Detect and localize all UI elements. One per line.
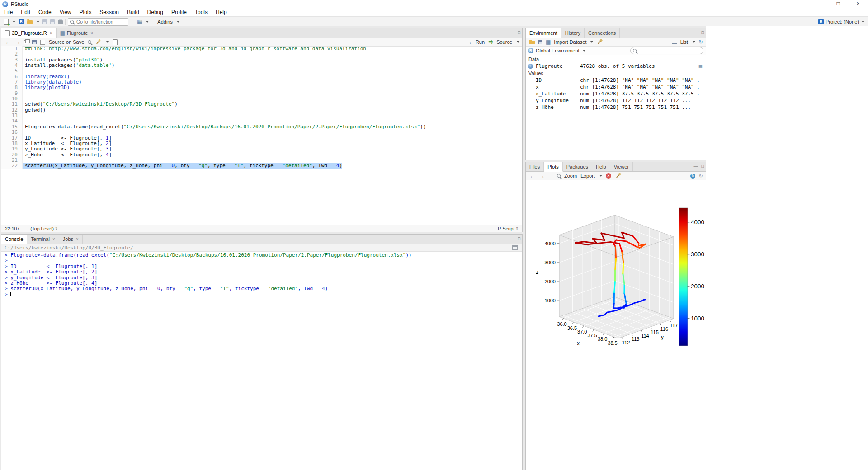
environment-row[interactable]: IDchr [1:47628] "NA" "NA" "NA" "NA" "NA"… [526, 77, 706, 84]
editor-line[interactable]: 13 [1, 113, 522, 118]
tab-history[interactable]: History [561, 28, 585, 38]
environment-row[interactable]: xchr [1:47628] "NA" "NA" "NA" "NA" "NA" … [526, 84, 706, 90]
editor-line[interactable]: 9 [1, 91, 522, 96]
minimize-pane-icon[interactable]: — [510, 29, 514, 36]
previous-plot-icon[interactable]: ← [529, 173, 535, 179]
close-tab-icon[interactable]: × [90, 31, 93, 36]
maximize-pane-icon[interactable]: □ [702, 163, 704, 170]
export-button[interactable]: Export [580, 173, 595, 179]
menu-tools[interactable]: Tools [191, 8, 212, 16]
editor-line[interactable]: 5 [1, 68, 522, 74]
menu-help[interactable]: Help [212, 8, 231, 16]
import-dataset-icon[interactable]: ▦ [546, 39, 551, 45]
publish-icon[interactable]: ↻ [690, 174, 695, 179]
source-on-save-checkbox[interactable] [40, 40, 45, 45]
code-tools-caret-icon[interactable] [106, 41, 109, 43]
menu-plots[interactable]: Plots [75, 8, 96, 16]
view-data-icon[interactable]: ▦ [699, 63, 702, 69]
tab-console[interactable]: Console [1, 235, 27, 244]
close-button[interactable]: × [848, 0, 868, 8]
expand-icon[interactable] [528, 64, 533, 69]
save-icon[interactable] [42, 19, 47, 24]
close-tab-icon[interactable]: × [50, 31, 52, 36]
clear-plots-icon[interactable] [616, 174, 620, 178]
editor-line[interactable]: 4install.packages('data.table') [1, 63, 522, 68]
tab-packages[interactable]: Packages [563, 162, 592, 171]
environment-row[interactable]: x_Latitudenum [1:47628] 37.5 37.5 37.5 3… [526, 90, 706, 97]
file-type-selector[interactable]: R Script⇕ [498, 226, 519, 231]
maximize-pane-icon[interactable]: □ [702, 29, 704, 36]
tab-jobs[interactable]: Jobs× [59, 235, 83, 244]
source-caret-icon[interactable] [517, 41, 519, 43]
menu-file[interactable]: File [0, 8, 17, 16]
remove-plot-icon[interactable]: × [606, 173, 611, 179]
scope-selector[interactable]: (Top Level)⇕ [30, 226, 58, 231]
next-plot-icon[interactable]: → [539, 173, 545, 179]
code-editor[interactable]: 1##Link: http://www.sthda.com/english/wi… [1, 46, 522, 225]
environment-search-input[interactable] [630, 47, 703, 54]
tab-files[interactable]: Files [526, 162, 544, 171]
refresh-plot-icon[interactable]: ↻ [699, 174, 703, 179]
print-icon[interactable] [58, 20, 63, 24]
menu-debug[interactable]: Debug [143, 8, 167, 16]
export-caret-icon[interactable] [599, 175, 602, 177]
minimize-pane-icon[interactable]: — [694, 29, 698, 36]
tab-flugroute-data[interactable]: ▦ Flugroute × [57, 28, 98, 38]
zoom-icon[interactable] [557, 174, 561, 178]
refresh-environment-icon[interactable]: ↻ [699, 40, 703, 45]
console-output[interactable]: > Flugroute<-data.frame(read_excel("C:/U… [1, 253, 522, 470]
maximize-button[interactable]: □ [828, 0, 848, 8]
close-tab-icon[interactable]: × [52, 237, 55, 242]
open-file-icon[interactable] [27, 20, 33, 24]
minimize-pane-icon[interactable]: — [694, 163, 698, 170]
addins-button[interactable]: Addins [157, 19, 173, 24]
menu-profile[interactable]: Profile [167, 8, 191, 16]
new-project-icon[interactable]: R [19, 19, 24, 24]
tab-3d-flugroute-r[interactable]: 3D_Flugroute.R × [1, 28, 57, 38]
load-workspace-icon[interactable] [529, 41, 535, 44]
run-icon[interactable]: → [466, 39, 472, 45]
editor-line[interactable]: 20z_Höhe <- Flugroute[, 4] [1, 152, 522, 158]
import-dataset-caret-icon[interactable] [590, 41, 593, 43]
project-selector[interactable]: Project: (None) [826, 19, 859, 24]
editor-line[interactable]: 1##Link: http://www.sthda.com/english/wi… [1, 46, 522, 52]
pane-layout-icon[interactable]: ▦ [137, 19, 142, 24]
tab-viewer[interactable]: Viewer [610, 162, 633, 171]
back-icon[interactable]: ← [5, 39, 11, 45]
environment-scope-caret-icon[interactable] [583, 50, 585, 52]
save-workspace-icon[interactable] [538, 40, 542, 44]
import-dataset-button[interactable]: Import Dataset [554, 39, 586, 45]
environment-row[interactable]: Flugroute47628 obs. of 5 variables▦ [526, 63, 706, 70]
clear-environment-icon[interactable] [598, 40, 602, 44]
environment-row[interactable]: z_Höhenum [1:47628] 751 751 751 751 751 … [526, 104, 706, 111]
new-file-icon[interactable] [4, 19, 9, 25]
editor-line[interactable]: 22scatter3D(x_Latitude, y_Longitude, z_H… [1, 163, 522, 169]
close-tab-icon[interactable]: × [76, 237, 79, 242]
minimize-button[interactable]: – [808, 0, 828, 8]
tab-plots[interactable]: Plots [544, 162, 562, 172]
minimize-pane-icon[interactable]: — [510, 235, 514, 242]
save-source-icon[interactable] [32, 40, 37, 44]
menu-view[interactable]: View [56, 8, 75, 16]
editor-line[interactable]: 15Flugroute<-data.frame(read_excel("C:/U… [1, 124, 522, 130]
forward-icon[interactable]: → [14, 39, 20, 45]
tab-environment[interactable]: Environment [526, 28, 561, 38]
menu-code[interactable]: Code [34, 8, 56, 16]
run-button[interactable]: Run [476, 39, 485, 45]
editor-line[interactable]: 7library(data.table) [1, 80, 522, 85]
environment-scope-selector[interactable]: Global Environment [536, 48, 580, 53]
addins-caret-icon[interactable] [177, 21, 179, 23]
editor-line[interactable]: 12getwd() [1, 108, 522, 113]
new-file-caret-icon[interactable] [13, 21, 15, 23]
source-button[interactable]: Source [496, 39, 512, 45]
tab-terminal[interactable]: Terminal× [27, 235, 59, 244]
tab-connections[interactable]: Connections [585, 28, 620, 38]
editor-line[interactable]: 11setwd("C:/Users/kwiezinski/Desktop/R/3… [1, 102, 522, 107]
console-window-icon[interactable] [512, 245, 518, 250]
goto-file-input[interactable] [68, 18, 128, 26]
maximize-pane-icon[interactable]: □ [518, 235, 520, 242]
find-replace-icon[interactable] [88, 40, 91, 44]
compile-report-icon[interactable] [113, 39, 118, 45]
editor-line[interactable]: 8library(plot3D) [1, 85, 522, 90]
maximize-pane-icon[interactable]: □ [518, 29, 520, 36]
